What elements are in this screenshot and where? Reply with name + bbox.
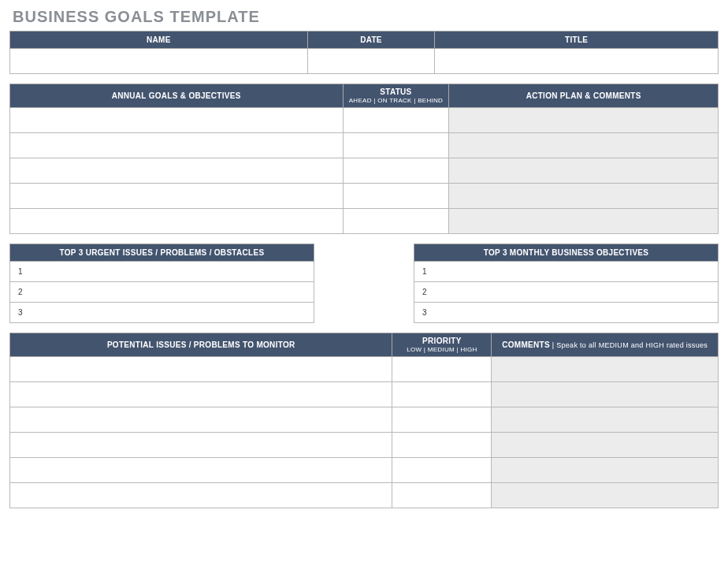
comment-cell[interactable]	[492, 357, 719, 382]
potential-col-comments: COMMENTS | Speak to all MEDIUM and HIGH …	[492, 333, 719, 357]
urgent-issues-table: TOP 3 URGENT ISSUES / PROBLEMS / OBSTACL…	[9, 244, 314, 323]
table-row	[10, 357, 719, 382]
potential-col-issues: POTENTIAL ISSUES / PROBLEMS TO MONITOR	[10, 333, 392, 357]
header-table: NAME DATE TITLE	[9, 31, 719, 74]
priority-cell[interactable]	[392, 357, 492, 382]
priority-cell[interactable]	[392, 407, 492, 433]
status-cell[interactable]	[343, 184, 449, 209]
header-name-label: NAME	[10, 32, 308, 49]
table-row	[10, 382, 719, 407]
action-cell[interactable]	[449, 108, 719, 133]
comments-rest: | Speak to all MEDIUM and HIGH rated iss…	[550, 341, 708, 349]
issue-cell[interactable]	[10, 407, 392, 433]
issue-cell[interactable]	[10, 357, 392, 382]
issue-cell[interactable]	[10, 382, 392, 407]
potential-col-priority-label: PRIORITY	[422, 337, 462, 345]
priority-cell[interactable]	[392, 458, 492, 483]
status-cell[interactable]	[343, 158, 449, 184]
table-row	[10, 483, 719, 508]
goals-col-status-sub: AHEAD | ON TRACK | BEHIND	[348, 97, 444, 104]
header-name-cell[interactable]	[10, 49, 308, 74]
goal-cell[interactable]	[10, 209, 344, 234]
potential-issues-table: POTENTIAL ISSUES / PROBLEMS TO MONITOR P…	[9, 333, 719, 508]
header-date-cell[interactable]	[307, 49, 435, 74]
header-title-cell[interactable]	[435, 49, 719, 74]
goals-col-goals: ANNUAL GOALS & OBJECTIVES	[10, 84, 344, 108]
table-row	[10, 433, 719, 458]
status-cell[interactable]	[343, 108, 449, 133]
table-row	[10, 133, 719, 158]
comment-cell[interactable]	[492, 458, 719, 483]
priority-cell[interactable]	[392, 382, 492, 407]
goals-col-status: STATUS AHEAD | ON TRACK | BEHIND	[343, 84, 449, 108]
monthly-objectives-table: TOP 3 MONTHLY BUSINESS OBJECTIVES 1 2 3	[414, 244, 719, 323]
comment-cell[interactable]	[492, 382, 719, 407]
urgent-row[interactable]: 2	[10, 282, 314, 303]
table-row	[10, 407, 719, 433]
potential-col-priority-sub: LOW | MEDIUM | HIGH	[397, 346, 486, 353]
urgent-row[interactable]: 1	[10, 262, 314, 282]
goal-cell[interactable]	[10, 158, 344, 184]
goal-cell[interactable]	[10, 133, 344, 158]
issue-cell[interactable]	[10, 433, 392, 458]
monthly-row[interactable]: 1	[414, 262, 719, 282]
table-row	[10, 458, 719, 483]
comment-cell[interactable]	[492, 483, 719, 508]
comment-cell[interactable]	[492, 407, 719, 433]
goals-table: ANNUAL GOALS & OBJECTIVES STATUS AHEAD |…	[9, 84, 719, 234]
monthly-row[interactable]: 3	[414, 303, 719, 323]
table-row	[10, 184, 719, 209]
action-cell[interactable]	[449, 184, 719, 209]
goal-cell[interactable]	[10, 184, 344, 209]
priority-cell[interactable]	[392, 433, 492, 458]
issue-cell[interactable]	[10, 458, 392, 483]
action-cell[interactable]	[449, 133, 719, 158]
page-title: BUSINESS GOALS TEMPLATE	[13, 8, 719, 26]
action-cell[interactable]	[449, 209, 719, 234]
goals-col-status-label: STATUS	[380, 87, 411, 96]
table-row	[10, 158, 719, 184]
urgent-row[interactable]: 3	[10, 303, 314, 323]
table-row	[10, 108, 719, 133]
comments-bold: COMMENTS	[502, 340, 550, 349]
comment-cell[interactable]	[492, 433, 719, 458]
issue-cell[interactable]	[10, 483, 392, 508]
status-cell[interactable]	[343, 133, 449, 158]
priority-cell[interactable]	[392, 483, 492, 508]
potential-col-priority: PRIORITY LOW | MEDIUM | HIGH	[392, 333, 492, 357]
goal-cell[interactable]	[10, 108, 344, 133]
urgent-header: TOP 3 URGENT ISSUES / PROBLEMS / OBSTACL…	[10, 244, 314, 262]
goals-col-action: ACTION PLAN & COMMENTS	[449, 84, 719, 108]
action-cell[interactable]	[449, 158, 719, 184]
monthly-header: TOP 3 MONTHLY BUSINESS OBJECTIVES	[414, 244, 719, 262]
status-cell[interactable]	[343, 209, 449, 234]
table-row	[10, 209, 719, 234]
header-title-label: TITLE	[435, 32, 719, 49]
header-date-label: DATE	[307, 32, 435, 49]
monthly-row[interactable]: 2	[414, 282, 719, 303]
